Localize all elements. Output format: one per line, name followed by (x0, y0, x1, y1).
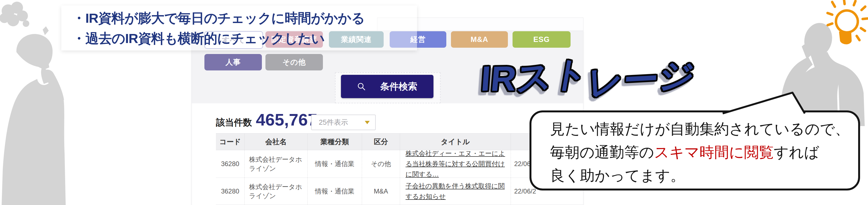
cell-category: M&A (362, 178, 400, 204)
table-row: 36280 株式会社データホライゾン 情報・通信業 M&A 子会社の異動を伴う株… (216, 178, 583, 205)
col-header-company: 会社名 (244, 133, 307, 150)
filter-chip-esg[interactable]: ESG (513, 31, 570, 48)
filter-chip-other[interactable]: その他 (266, 54, 323, 71)
document-link[interactable]: 株式会社ディー・エヌ・エーによる当社株券等に対する公開買付けに関する… (406, 148, 507, 180)
speech-bubble-tail (717, 90, 810, 116)
col-header-code: コード (216, 133, 244, 150)
table-header-row: コード 会社名 業種分類 区分 タイトル 開示日 (216, 133, 583, 150)
magnifier-icon (357, 82, 366, 91)
table-row: 36280 株式会社データホライゾン 情報・通信業 その他 株式会社ディー・エヌ… (216, 150, 583, 178)
cell-title: 株式会社ディー・エヌ・エーによる当社株券等に対する公開買付けに関する… (400, 150, 510, 178)
cell-company: 株式会社データホライゾン (244, 150, 307, 178)
col-header-industry: 業種分類 (307, 133, 362, 150)
callout-line-2: ・過去のIR資料も横断的にチェックしたい (72, 30, 324, 48)
product-title: IRストレージ (478, 54, 697, 101)
result-count-label: 該当件数 (216, 117, 252, 129)
page-size-dropdown[interactable]: 25件表示 (311, 114, 376, 130)
chevron-down-icon (365, 121, 370, 124)
search-button-label: 条件検索 (380, 80, 417, 93)
col-header-title: タイトル (400, 133, 510, 150)
cell-code: 36280 (216, 150, 244, 178)
callout-line-1: ・IR資料が膨大で毎日のチェックに時間がかかる (72, 9, 365, 27)
cell-title: 子会社の異動を伴う株式取得に関するお知らせ (400, 178, 510, 204)
col-header-category: 区分 (362, 133, 400, 150)
highlighted-text: スキマ時間に閲覧 (654, 144, 774, 160)
search-button[interactable]: 条件検索 (341, 75, 433, 98)
cell-industry: 情報・通信業 (307, 150, 362, 178)
testimonial-speech-bubble: 見たい情報だけが自動集約されているので、 毎朝の通勤等のスキマ時間に閲覧すれば … (529, 110, 860, 190)
cell-industry: 情報・通信業 (307, 178, 362, 204)
document-link[interactable]: 子会社の異動を伴う株式取得に関するお知らせ (406, 181, 507, 202)
cell-category: その他 (362, 150, 400, 178)
cell-company: 株式会社データホライゾン (244, 178, 307, 204)
result-count-value: 465,767 (256, 110, 317, 129)
lightbulb-icon (824, 0, 868, 51)
disclosure-table: コード 会社名 業種分類 区分 タイトル 開示日 36280 株式会社データホラ… (216, 133, 583, 205)
testimonial-text: 見たい情報だけが自動集約されているので、 毎朝の通勤等のスキマ時間に閲覧すれば … (550, 117, 850, 187)
page-size-selected: 25件表示 (319, 118, 348, 127)
filter-chip-hr[interactable]: 人事 (205, 54, 262, 71)
thinking-person-silhouette (0, 0, 71, 205)
slide-canvas: すべて 固定資産譲渡 業績関連 経営 M&A ESG 人事 その他 条件検索 該… (0, 0, 868, 205)
filter-chip-ma[interactable]: M&A (451, 31, 508, 48)
pain-point-callout: ・IR資料が膨大で毎日のチェックに時間がかかる ・過去のIR資料も横断的にチェッ… (61, 5, 417, 50)
cell-code: 36280 (216, 178, 244, 204)
